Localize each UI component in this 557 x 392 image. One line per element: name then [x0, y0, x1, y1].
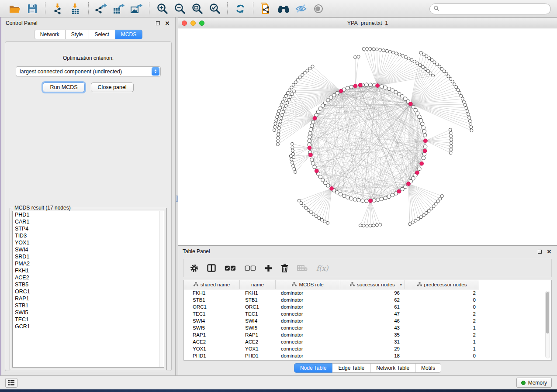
network-canvas[interactable] — [178, 28, 557, 245]
split-view-icon[interactable] — [207, 264, 216, 272]
list-item[interactable]: SWI4 — [13, 246, 164, 253]
tab-select[interactable]: Select — [89, 30, 115, 39]
tab-mcds[interactable]: MCDS — [115, 30, 142, 39]
criterion-select[interactable]: largest connected component (undirected) — [16, 66, 161, 76]
table-cell: FKH1 — [184, 290, 240, 296]
save-session-icon[interactable] — [24, 2, 41, 16]
zoom-selected-icon[interactable] — [206, 2, 223, 16]
list-item[interactable]: ORC1 — [13, 288, 164, 295]
close-panel-icon[interactable]: ✕ — [164, 20, 171, 27]
list-item[interactable]: STP4 — [13, 225, 164, 232]
list-item[interactable]: STB5 — [13, 281, 164, 288]
table-row[interactable]: FKH1FKH1dominator962 — [184, 289, 551, 296]
zoom-out-icon[interactable] — [171, 2, 188, 16]
table-cell: 1 — [405, 346, 479, 351]
import-table-icon[interactable] — [67, 2, 84, 16]
tab-edge-table[interactable]: Edge Table — [332, 363, 370, 373]
column-header-shared-name[interactable]: shared name — [184, 280, 240, 289]
tab-style[interactable]: Style — [66, 30, 89, 39]
list-item[interactable]: CAR1 — [13, 218, 164, 225]
column-header-name[interactable]: name — [240, 280, 276, 289]
open-session-icon[interactable] — [6, 2, 24, 16]
tab-network-table[interactable]: Network Table — [370, 363, 415, 373]
task-history-button[interactable] — [5, 378, 17, 388]
column-header-successor-nodes[interactable]: successor nodes▾ — [340, 280, 405, 289]
table-panel-title: Table Panel — [183, 248, 210, 254]
float-table-panel-icon[interactable] — [536, 248, 543, 255]
status-bar: Memory — [0, 375, 557, 389]
list-item[interactable]: PHD1 — [13, 211, 164, 218]
add-column-icon[interactable] — [265, 265, 272, 272]
network-window-titlebar[interactable]: YPA_prune.txt_1 — [178, 17, 557, 28]
table-row[interactable]: TEC1TEC1connector472 — [184, 310, 551, 317]
mcds-result-list[interactable]: PHD1CAR1STP4TID3YOX1SWI4SRD1PMA2FKH1ACE2… — [12, 211, 164, 368]
table-row[interactable]: SWI4SWI4dominator462 — [184, 317, 551, 324]
table-cell: dominator — [276, 290, 340, 296]
table-row[interactable]: ORC1ORC1dominator610 — [184, 303, 551, 310]
find-icon[interactable] — [275, 2, 292, 16]
export-image-icon[interactable] — [128, 2, 145, 16]
search-box[interactable] — [429, 3, 551, 14]
result-list-scrollbar[interactable] — [159, 211, 164, 367]
column-header-predecessor-nodes[interactable]: predecessor nodes — [405, 280, 479, 289]
table-scrollbar[interactable] — [545, 291, 550, 358]
show-all-icon[interactable] — [310, 2, 327, 16]
select-all-icon[interactable] — [225, 265, 236, 271]
list-item[interactable]: SWI5 — [13, 309, 164, 316]
list-item[interactable]: TID3 — [13, 232, 164, 239]
divider-grip[interactable] — [176, 196, 178, 202]
column-label: name — [251, 282, 264, 287]
table-scrollbar-thumb[interactable] — [546, 292, 549, 334]
zoom-fit-icon[interactable] — [188, 2, 206, 16]
close-panel-button[interactable]: Close panel — [91, 83, 134, 92]
table-cell: 0 — [405, 304, 479, 309]
export-network-icon[interactable] — [93, 2, 110, 16]
table-row[interactable]: RAP1RAP1dominator352 — [184, 331, 551, 338]
tab-network[interactable]: Network — [34, 30, 66, 39]
float-panel-icon[interactable] — [154, 20, 161, 27]
column-label: MCDS role — [299, 282, 323, 287]
list-item[interactable]: RAP1 — [13, 295, 164, 302]
run-mcds-button[interactable]: Run MCDS — [43, 83, 84, 92]
table-cell: dominator — [276, 353, 340, 358]
network-graph — [178, 28, 557, 245]
table-cell: 0 — [405, 297, 479, 303]
memory-button[interactable]: Memory — [516, 378, 552, 388]
desktop: Control Panel ✕ NetworkStyleSelectMCDS O… — [0, 0, 557, 392]
list-item[interactable]: YOX1 — [13, 239, 164, 246]
list-item[interactable]: ACE2 — [13, 274, 164, 281]
table-row[interactable]: SWI5SWI5connector431 — [184, 324, 551, 331]
settings-icon[interactable] — [190, 264, 198, 272]
list-item[interactable]: FKH1 — [13, 267, 164, 274]
close-table-panel-icon[interactable]: ✕ — [546, 248, 553, 255]
tab-motifs[interactable]: Motifs — [415, 363, 441, 373]
search-input[interactable] — [439, 6, 550, 12]
list-item[interactable]: PMA2 — [13, 260, 164, 267]
zoom-in-icon[interactable] — [153, 2, 171, 16]
table-panel: Table Panel ✕ f(x) shared namenameMCDS r… — [178, 246, 557, 375]
table-row[interactable]: STB1STB1dominator620 — [184, 296, 551, 303]
new-network-from-selection-icon[interactable] — [257, 2, 275, 16]
table-cell: ORC1 — [184, 304, 240, 309]
delete-column-icon[interactable] — [281, 264, 288, 272]
tab-node-table[interactable]: Node Table — [294, 363, 333, 373]
list-item[interactable]: SRD1 — [13, 253, 164, 260]
table-row[interactable]: ACE2ACE2connector311 — [184, 338, 551, 345]
export-table-icon[interactable] — [110, 2, 128, 16]
table-row[interactable]: YOX1YOX1connector291 — [184, 345, 551, 352]
table-cell: connector — [276, 311, 340, 316]
table-cell: 1 — [405, 339, 479, 344]
column-header-MCDS-role[interactable]: MCDS role — [276, 280, 340, 289]
import-network-icon[interactable] — [49, 2, 67, 16]
list-item[interactable]: GCR1 — [13, 323, 164, 330]
table-cell: ACE2 — [240, 339, 276, 344]
table-cell: 2 — [405, 332, 479, 337]
list-item[interactable]: TEC1 — [13, 316, 164, 323]
list-item[interactable]: STB1 — [13, 302, 164, 309]
deselect-all-icon[interactable] — [245, 265, 256, 271]
hide-selected-icon[interactable] — [292, 2, 310, 16]
table-cell: 43 — [340, 325, 405, 330]
table-row[interactable]: PHD1PHD1dominator180 — [184, 352, 551, 359]
node-table[interactable]: shared namenameMCDS rolesuccessor nodes▾… — [183, 280, 552, 361]
refresh-icon[interactable] — [232, 2, 249, 16]
